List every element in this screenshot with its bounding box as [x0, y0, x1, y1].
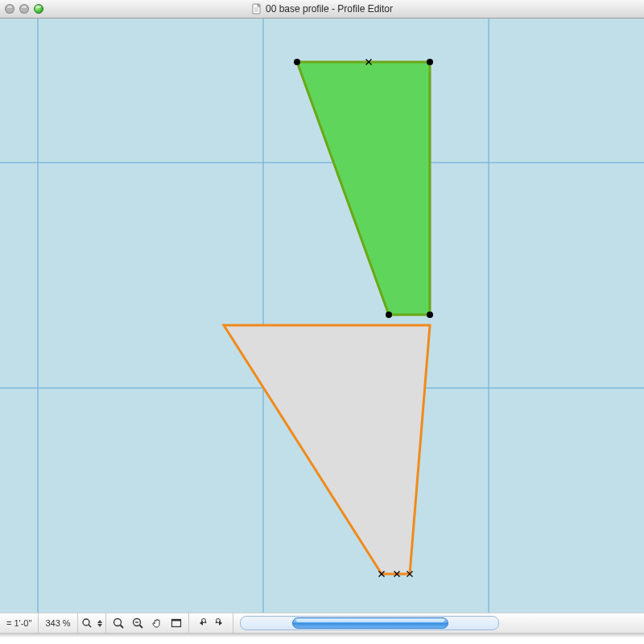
zoom-stepper-caret — [97, 620, 102, 627]
window-title-text: 00 base profile - Profile Editor — [266, 3, 393, 14]
svg-line-27 — [120, 625, 123, 629]
minimize-window-button[interactable] — [19, 4, 29, 14]
zoom-window-button[interactable] — [34, 4, 43, 14]
zoom-prev-icon — [195, 617, 208, 630]
svg-line-25 — [89, 625, 91, 627]
window-title: 00 base profile - Profile Editor — [0, 0, 644, 18]
window-titlebar: 00 base profile - Profile Editor — [0, 0, 644, 19]
scale-label: = 1'-0" — [6, 613, 31, 633]
profile-canvas[interactable] — [0, 19, 644, 613]
svg-line-36 — [216, 622, 217, 624]
document-proxy-icon[interactable] — [251, 2, 262, 14]
svg-point-15 — [386, 312, 392, 318]
svg-point-26 — [114, 619, 121, 626]
magnify-icon — [112, 617, 125, 630]
close-window-button[interactable] — [5, 4, 14, 14]
svg-point-24 — [83, 619, 89, 625]
zoom-next-button[interactable] — [212, 616, 229, 630]
svg-rect-0 — [253, 4, 260, 14]
svg-rect-32 — [171, 620, 180, 621]
svg-point-13 — [427, 59, 433, 65]
scrollbar-thumb[interactable] — [292, 617, 448, 629]
svg-point-12 — [294, 59, 300, 65]
fit-window-button[interactable] — [167, 616, 185, 630]
status-bar: = 1'-0" 343 % — [0, 613, 644, 633]
zoom-out-icon — [131, 617, 144, 630]
zoom-out-button[interactable] — [129, 616, 147, 630]
svg-point-14 — [427, 312, 433, 318]
zoom-percent-label: 343 % — [45, 613, 70, 633]
scale-readout[interactable]: = 1'-0" — [0, 613, 39, 633]
zoom-stepper[interactable] — [78, 613, 106, 633]
magnify-stepper-icon — [81, 617, 93, 629]
horizontal-scrollbar[interactable] — [240, 616, 499, 630]
zoom-next-icon — [214, 617, 227, 630]
zoom-readout[interactable]: 343 % — [39, 613, 77, 633]
svg-line-34 — [204, 622, 206, 624]
zoom-in-button[interactable] — [109, 616, 127, 630]
zoom-previous-button[interactable] — [192, 616, 210, 630]
window-controls — [5, 4, 43, 14]
pan-hand-icon — [151, 617, 163, 630]
window-shadow — [0, 633, 644, 644]
pan-button[interactable] — [148, 616, 166, 630]
fit-window-icon — [170, 617, 183, 630]
svg-line-30 — [139, 625, 142, 629]
